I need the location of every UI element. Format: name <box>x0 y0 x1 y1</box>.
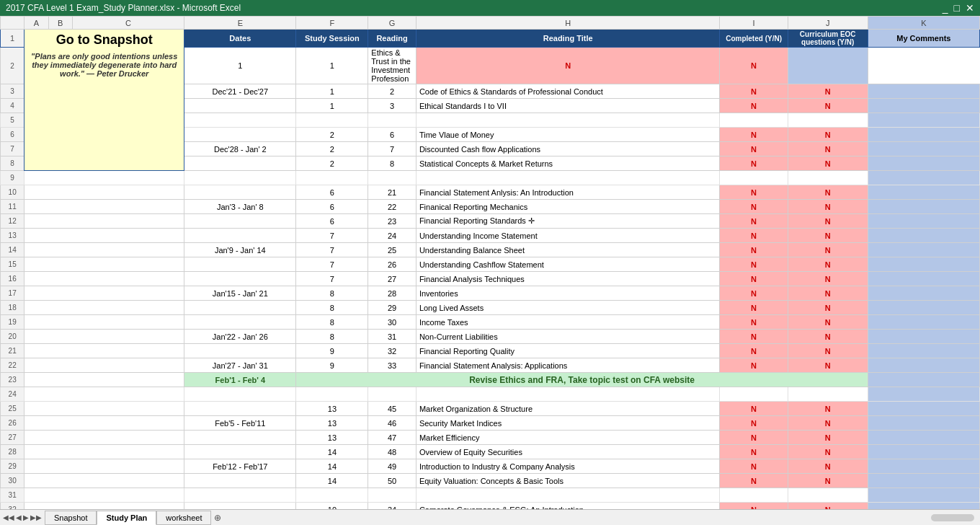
tab-study-plan[interactable]: Study Plan <box>97 511 156 525</box>
tab-right-icon[interactable]: ▶▶ <box>30 513 42 521</box>
comments-cell[interactable] <box>868 84 979 99</box>
comments-cell[interactable] <box>868 344 979 358</box>
completed-cell[interactable]: N <box>720 243 788 257</box>
curriculum-cell[interactable]: N <box>720 48 788 84</box>
comments-cell[interactable] <box>868 113 979 128</box>
comments-cell[interactable] <box>868 330 979 344</box>
completed-cell[interactable]: N <box>720 200 788 214</box>
curriculum-cell[interactable]: N <box>788 214 868 229</box>
col-k-header[interactable]: K <box>868 17 979 30</box>
col-f-header[interactable]: F <box>296 17 368 30</box>
curriculum-cell[interactable]: N <box>788 286 868 301</box>
completed-cell[interactable]: N <box>720 431 788 445</box>
comments-cell[interactable] <box>868 315 979 330</box>
curriculum-cell[interactable]: N <box>788 416 868 431</box>
completed-cell[interactable]: N <box>720 402 788 416</box>
horizontal-scrollbar[interactable] <box>221 511 977 525</box>
col-b-header[interactable]: B <box>48 17 72 30</box>
completed-cell[interactable]: N <box>720 344 788 358</box>
curriculum-cell[interactable]: N <box>788 200 868 214</box>
col-i-header[interactable]: I <box>720 17 788 30</box>
curriculum-cell[interactable]: N <box>788 431 868 445</box>
comments-cell[interactable] <box>868 373 979 387</box>
comments-cell[interactable] <box>868 142 979 156</box>
comments-cell[interactable] <box>868 416 979 431</box>
close-button[interactable]: ✕ <box>966 2 974 14</box>
completed-cell[interactable]: N <box>720 330 788 344</box>
comments-cell[interactable] <box>868 445 979 459</box>
completed-cell[interactable]: N <box>720 99 788 113</box>
tab-worksheet[interactable]: worksheet <box>156 511 211 525</box>
completed-cell[interactable]: N <box>720 416 788 431</box>
completed-cell[interactable]: N <box>720 301 788 315</box>
maximize-button[interactable]: □ <box>954 2 960 14</box>
completed-cell[interactable]: N <box>720 503 788 510</box>
curriculum-cell[interactable]: N <box>788 99 868 113</box>
comments-cell[interactable] <box>868 402 979 416</box>
curriculum-cell[interactable]: N <box>788 128 868 142</box>
curriculum-cell[interactable]: N <box>788 142 868 156</box>
curriculum-cell[interactable]: N <box>788 84 868 99</box>
curriculum-cell[interactable]: N <box>788 315 868 330</box>
completed-cell[interactable]: N <box>720 315 788 330</box>
comments-cell[interactable] <box>868 229 979 243</box>
curriculum-cell[interactable]: N <box>788 257 868 272</box>
completed-cell[interactable]: N <box>720 474 788 488</box>
comments-cell[interactable] <box>868 200 979 214</box>
col-c-header[interactable]: C <box>72 17 184 30</box>
completed-cell[interactable]: N <box>720 445 788 459</box>
curriculum-cell[interactable]: N <box>788 402 868 416</box>
completed-cell[interactable]: N <box>720 156 788 171</box>
comments-cell[interactable] <box>868 243 979 257</box>
col-j-header[interactable]: J <box>788 17 868 30</box>
comments-cell[interactable] <box>868 358 979 373</box>
curriculum-cell[interactable]: N <box>788 156 868 171</box>
completed-cell[interactable]: N <box>720 257 788 272</box>
comments-cell[interactable] <box>868 474 979 488</box>
comments-cell[interactable] <box>868 185 979 200</box>
comments-cell[interactable] <box>868 257 979 272</box>
completed-cell[interactable]: N <box>720 229 788 243</box>
tab-navigation[interactable]: ◀◀ ◀ ▶ ▶▶ <box>3 513 42 521</box>
comments-cell[interactable] <box>868 503 979 510</box>
comments-cell[interactable] <box>788 48 868 84</box>
tab-next-icon[interactable]: ▶ <box>23 513 29 521</box>
tab-prev-icon[interactable]: ◀ <box>16 513 22 521</box>
curriculum-cell[interactable]: N <box>788 503 868 510</box>
comments-cell[interactable] <box>868 387 979 402</box>
completed-cell[interactable]: N <box>720 128 788 142</box>
curriculum-cell[interactable]: N <box>788 301 868 315</box>
completed-cell[interactable]: N <box>720 84 788 99</box>
comments-cell[interactable] <box>868 171 979 185</box>
curriculum-cell[interactable]: N <box>788 272 868 286</box>
curriculum-cell[interactable]: N <box>788 229 868 243</box>
completed-cell[interactable]: N <box>720 358 788 373</box>
curriculum-cell[interactable]: N <box>788 459 868 474</box>
col-e-header[interactable]: E <box>184 17 296 30</box>
tab-snapshot[interactable]: Snapshot <box>45 511 97 525</box>
curriculum-cell[interactable]: N <box>788 185 868 200</box>
completed-cell[interactable]: N <box>720 214 788 229</box>
curriculum-cell[interactable]: N <box>788 358 868 373</box>
comments-cell[interactable] <box>868 301 979 315</box>
minimize-button[interactable]: _ <box>943 2 948 14</box>
tab-left-icon[interactable]: ◀◀ <box>3 513 14 521</box>
comments-cell[interactable] <box>868 272 979 286</box>
comments-cell[interactable] <box>868 488 979 503</box>
curriculum-cell[interactable]: N <box>788 445 868 459</box>
comments-cell[interactable] <box>868 128 979 142</box>
completed-cell[interactable]: N <box>720 185 788 200</box>
comments-cell[interactable] <box>868 431 979 445</box>
completed-cell[interactable]: N <box>416 48 720 84</box>
comments-cell[interactable] <box>868 459 979 474</box>
completed-cell[interactable]: N <box>720 286 788 301</box>
comments-cell[interactable] <box>868 214 979 229</box>
completed-cell[interactable]: N <box>720 272 788 286</box>
col-h-header[interactable]: H <box>416 17 720 30</box>
goto-button[interactable]: Go to Snapshot <box>27 32 181 48</box>
curriculum-cell[interactable]: N <box>788 474 868 488</box>
curriculum-cell[interactable]: N <box>788 344 868 358</box>
curriculum-cell[interactable]: N <box>788 330 868 344</box>
comments-cell[interactable] <box>868 286 979 301</box>
col-g-header[interactable]: G <box>368 17 416 30</box>
